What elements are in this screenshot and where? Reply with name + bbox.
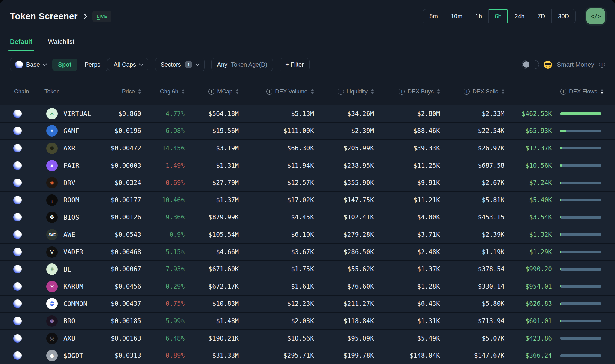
dex-sells-value: $22.54K — [440, 123, 504, 140]
market-filter-group: Base Spot Perps — [10, 58, 108, 71]
dex-flows-cell: $7.24K — [504, 174, 615, 191]
table-row[interactable]: ☻ BRO $0.00185 5.99% $1.48M $2.03K $118.… — [0, 312, 615, 329]
sort-icon[interactable] — [138, 89, 141, 94]
info-icon[interactable]: i — [560, 89, 566, 95]
dex-flows-bar — [560, 320, 601, 322]
sort-icon[interactable] — [371, 89, 374, 94]
token-avatar: ⚛ — [46, 263, 58, 275]
sort-icon[interactable] — [182, 89, 185, 94]
base-chain-icon — [13, 282, 22, 291]
column-header-dex-volume[interactable]: i DEX Volume — [239, 88, 314, 95]
chain-cell — [0, 261, 32, 278]
table-row[interactable]: ⚛ BL $0.00067 7.93% $671.60K $1.75K $55.… — [0, 260, 615, 278]
table-row[interactable]: ☻ AXR $0.00472 14.45% $3.19M $66.30K $20… — [0, 139, 615, 157]
base-chain-icon — [13, 317, 22, 325]
column-header-liquidity[interactable]: i Liquidity — [314, 88, 374, 95]
timeframe-24h[interactable]: 24h — [508, 9, 531, 23]
sort-icon[interactable] — [437, 89, 440, 94]
table-row[interactable]: ◆ $OGDT $0.0313 -0.89% $31.33M $295.71K … — [0, 347, 615, 364]
column-header-dex-sells[interactable]: i DEX Sells — [440, 88, 504, 95]
dex-buys-value: $6.43K — [374, 296, 440, 312]
base-chain-icon — [13, 265, 22, 273]
dex-sells-value: $5.07K — [440, 330, 504, 347]
dex-sells-value: $2.39K — [440, 226, 504, 243]
table-row[interactable]: ◈ DRV $0.0324 -0.69% $27.79M $12.57K $35… — [0, 174, 615, 191]
token-cell: ◈ DRV — [32, 174, 89, 191]
dex-flows-bar-fill — [560, 251, 561, 253]
table-row[interactable]: ✶ KARUM $0.0456 0.29% $672.17K $1.61K $7… — [0, 278, 615, 295]
table-row[interactable]: ¡ ROOM $0.00177 10.46% $1.37M $17.02K $1… — [0, 191, 615, 209]
mcap-value: $19.56M — [185, 123, 239, 140]
chain-cell — [0, 209, 32, 226]
table-row[interactable]: ❂ COMMON $0.00437 -0.75% $10.83M $12.23K… — [0, 295, 615, 312]
token-cell: ☻ BRO — [32, 313, 89, 329]
table-row[interactable]: V VADER $0.00468 5.15% $4.66M $3.67K $28… — [0, 243, 615, 260]
sort-icon[interactable] — [601, 89, 604, 94]
dex-volume-value: $11.94K — [239, 157, 314, 174]
liquidity-value: $205.99K — [314, 140, 374, 157]
info-icon[interactable]: i — [208, 89, 214, 95]
timeframe-7d[interactable]: 7D — [531, 9, 552, 23]
dex-buys-value: $88.46K — [374, 123, 440, 140]
timeframe-30d[interactable]: 30D — [552, 9, 575, 23]
breadcrumb-chevron-icon[interactable] — [82, 14, 87, 19]
dex-sells-value: $147.67K — [440, 347, 504, 364]
table-row[interactable]: ✦ GAME $0.0196 6.98% $19.56M $111.00K $2… — [0, 122, 615, 140]
dex-flows-bar-fill — [560, 268, 561, 271]
liquidity-value: $118.84K — [314, 313, 374, 329]
table-row[interactable]: ❖ BIOS $0.00126 9.36% $879.99K $4.45K $1… — [0, 209, 615, 226]
token-screener-app: Token Screener LIVE 5m10m1h6h24h7D30D </… — [0, 0, 615, 364]
chain-cell — [0, 123, 32, 140]
dex-sells-value: $5.81K — [440, 192, 504, 209]
dex-buys-value: $4.00K — [374, 209, 440, 226]
column-header-dex-buys[interactable]: i DEX Buys — [374, 88, 440, 95]
column-header-chg-6h[interactable]: Chg 6h — [141, 88, 185, 95]
smart-money-info-icon[interactable]: i — [599, 62, 605, 68]
column-header-price[interactable]: Price — [89, 88, 141, 95]
add-filter-button[interactable]: + Filter — [280, 58, 310, 71]
sort-icon[interactable] — [501, 89, 504, 94]
info-icon[interactable]: i — [266, 89, 272, 95]
timeframe-1h[interactable]: 1h — [469, 9, 489, 23]
token-avatar: ◈ — [46, 177, 58, 188]
token-age-filter[interactable]: Any Token Age(D) — [211, 58, 273, 71]
base-chain-icon — [13, 179, 22, 187]
segment-perps[interactable]: Perps — [79, 59, 106, 71]
timeframe-6h[interactable]: 6h — [489, 9, 508, 23]
dex-flows-bar — [560, 199, 601, 201]
table-row[interactable]: ✶ VIRTUAL $0.860 4.77% $564.18M $5.13M $… — [0, 105, 615, 122]
column-header-token[interactable]: Token — [32, 88, 89, 95]
base-chain-icon — [13, 161, 22, 170]
sunglasses-emoji-icon — [544, 61, 552, 69]
sort-icon[interactable] — [311, 89, 314, 94]
column-header-dex-flows[interactable]: i DEX Flows — [504, 88, 615, 95]
liquidity-value: $355.90K — [314, 174, 374, 191]
base-chain-icon — [13, 196, 22, 204]
column-header-chain[interactable]: Chain — [0, 88, 32, 95]
smart-money-toggle[interactable] — [522, 60, 539, 69]
chevron-down-icon — [139, 62, 143, 66]
sectors-dropdown[interactable]: Sectors 1 — [155, 58, 205, 71]
mcap-value: $1.48M — [185, 313, 239, 329]
info-icon[interactable]: i — [464, 89, 470, 95]
tab-watchlist[interactable]: Watchlist — [48, 32, 74, 51]
info-icon[interactable]: i — [399, 89, 405, 95]
column-header-mcap[interactable]: i MCap — [185, 88, 239, 95]
segment-spot[interactable]: Spot — [52, 59, 77, 71]
info-icon[interactable]: i — [338, 89, 344, 95]
sort-icon[interactable] — [236, 89, 239, 94]
timeframe-5m[interactable]: 5m — [423, 9, 444, 23]
dex-sells-value: $1.19K — [440, 244, 504, 260]
tab-default[interactable]: Default — [10, 32, 32, 51]
chain-dropdown[interactable]: Base — [15, 61, 50, 68]
table-row[interactable]: AWE AWE $0.0543 0.9% $105.54M $6.10K $27… — [0, 226, 615, 243]
price-value: $0.0543 — [89, 226, 141, 243]
token-age-label: Token Age(D) — [231, 61, 267, 68]
token-symbol: AXR — [63, 144, 75, 152]
table-row[interactable]: ▲ FAIR $0.00003 -1.49% $1.31M $11.94K $2… — [0, 157, 615, 174]
table-row[interactable]: ☠ AXB $0.00163 6.48% $190.21K $10.56K $9… — [0, 329, 615, 347]
filter-bar: Base Spot Perps All Caps Sectors 1 Any T… — [0, 51, 615, 78]
caps-dropdown[interactable]: All Caps — [108, 58, 148, 71]
timeframe-10m[interactable]: 10m — [444, 9, 469, 23]
code-view-button[interactable]: </> — [586, 8, 605, 24]
